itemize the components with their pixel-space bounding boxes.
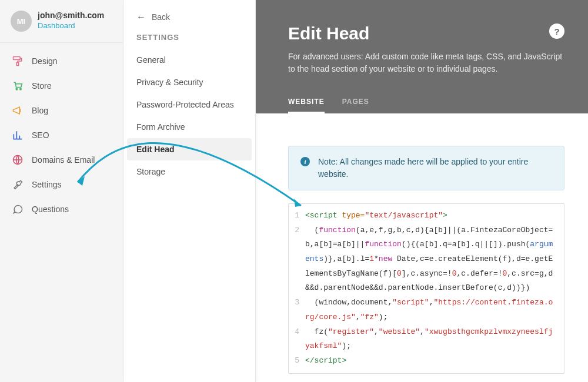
tab-pages[interactable]: PAGES — [342, 92, 369, 113]
page-header: Edit Head ? For advanced users: Add cust… — [256, 0, 588, 113]
avatar: MI — [11, 11, 32, 32]
dashboard-link[interactable]: Dashboard — [38, 21, 104, 30]
back-label: Back — [152, 12, 170, 22]
info-note: i Note: All changes made here will be ap… — [288, 146, 564, 190]
sidebar-item-seo[interactable]: SEO — [0, 123, 123, 148]
note-text: Note: All changes made here will be appl… — [318, 156, 552, 180]
code-editor[interactable]: 1 <script type="text/javascript"> 2 (fun… — [288, 203, 564, 374]
paint-roller-icon — [12, 55, 24, 67]
content-area: i Note: All changes made here will be ap… — [256, 113, 588, 382]
sidebar-item-questions[interactable]: Questions — [0, 197, 123, 222]
bar-chart-icon — [12, 129, 24, 141]
settings-panel: ← Back SETTINGS General Privacy & Securi… — [123, 0, 256, 382]
nav-label: Questions — [32, 205, 69, 214]
settings-item-password[interactable]: Password-Protected Areas — [123, 93, 255, 116]
tabs: WEBSITE PAGES — [288, 92, 564, 113]
cart-icon — [12, 80, 24, 92]
code-content: (window,document,"script","https://conte… — [305, 296, 564, 324]
svg-rect-0 — [14, 57, 21, 60]
page-description: For advanced users: Add custom code like… — [288, 51, 564, 75]
sidebar-item-store[interactable]: Store — [0, 73, 123, 98]
info-icon: i — [300, 157, 310, 166]
tab-website[interactable]: WEBSITE — [288, 92, 325, 113]
megaphone-icon — [12, 105, 24, 116]
main-content: Edit Head ? For advanced users: Add cust… — [256, 0, 588, 382]
line-number: 1 — [289, 209, 305, 223]
back-button[interactable]: ← Back — [123, 12, 255, 33]
user-email: john@smith.com — [38, 11, 104, 20]
wrench-icon — [12, 179, 24, 190]
arrow-left-icon: ← — [136, 12, 146, 22]
settings-item-storage[interactable]: Storage — [123, 160, 255, 183]
nav-label: SEO — [32, 130, 49, 140]
page-title: Edit Head — [288, 24, 369, 43]
settings-item-edit-head[interactable]: Edit Head — [127, 138, 252, 160]
code-content: <script type="text/javascript"> — [305, 209, 564, 223]
code-content: fz("register","website","xwugbsthgcmkpzl… — [305, 325, 564, 354]
line-number: 2 — [289, 223, 305, 296]
chat-icon — [12, 203, 24, 215]
settings-item-form-archive[interactable]: Form Archive — [123, 116, 255, 138]
main-nav: Design Store Blog SEO — [0, 49, 123, 222]
code-content: (function(a,e,f,g,b,c,d){a[b]||(a.Fintez… — [305, 223, 564, 296]
nav-label: Blog — [32, 106, 48, 115]
line-number: 3 — [289, 296, 305, 324]
settings-heading: SETTINGS — [123, 33, 255, 49]
nav-label: Domains & Email — [32, 155, 95, 165]
sidebar-item-blog[interactable]: Blog — [0, 98, 123, 123]
help-button[interactable]: ? — [549, 24, 564, 39]
settings-item-privacy[interactable]: Privacy & Security — [123, 71, 255, 93]
line-number: 4 — [289, 325, 305, 354]
svg-rect-1 — [16, 63, 18, 66]
globe-icon — [12, 154, 24, 166]
settings-list: General Privacy & Security Password-Prot… — [123, 49, 255, 183]
sidebar-item-settings[interactable]: Settings — [0, 172, 123, 197]
nav-label: Settings — [32, 180, 62, 189]
nav-label: Design — [32, 56, 58, 66]
line-number: 5 — [289, 354, 305, 368]
svg-point-2 — [16, 89, 17, 91]
divider — [0, 42, 123, 43]
user-block[interactable]: MI john@smith.com Dashboard — [0, 11, 123, 42]
svg-point-3 — [20, 89, 22, 91]
settings-item-general[interactable]: General — [123, 49, 255, 71]
sidebar-item-design[interactable]: Design — [0, 49, 123, 73]
left-sidebar: MI john@smith.com Dashboard Design Store — [0, 0, 123, 382]
sidebar-item-domains[interactable]: Domains & Email — [0, 148, 123, 172]
code-content: </script> — [305, 354, 564, 368]
nav-label: Store — [32, 81, 51, 91]
